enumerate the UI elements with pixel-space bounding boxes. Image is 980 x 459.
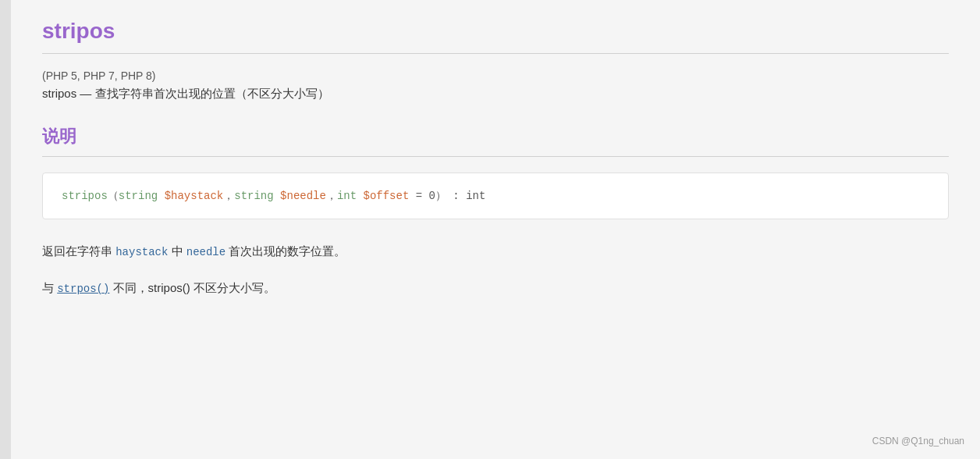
code-param1-name: $haystack: [158, 190, 223, 202]
note-before: 与: [42, 281, 57, 294]
php-version: (PHP 5, PHP 7, PHP 8): [42, 69, 949, 82]
section-divider: [42, 156, 949, 157]
note-middle: 不同，stripos() 不区分大小写。: [109, 281, 275, 294]
code-return-type: int: [460, 190, 486, 202]
code-close-paren: ）: [435, 190, 446, 202]
section-title: 说明: [42, 125, 949, 148]
main-content: stripos (PHP 5, PHP 7, PHP 8) stripos — …: [11, 0, 980, 459]
code-block: stripos（string $haystack，string $needle，…: [42, 173, 949, 219]
code-default-value: = 0: [409, 190, 435, 202]
page-description: stripos — 查找字符串首次出现的位置（不区分大小写）: [42, 87, 949, 101]
strpos-link[interactable]: strpos(): [57, 283, 109, 295]
code-param3-name: $offset: [357, 190, 409, 202]
watermark: CSDN @Q1ng_chuan: [872, 436, 964, 447]
page-container: stripos (PHP 5, PHP 7, PHP 8) stripos — …: [0, 0, 980, 459]
code-function-name: stripos: [62, 190, 108, 202]
return-desc-after: 首次出现的数字位置。: [225, 244, 346, 258]
code-param3-type: int: [337, 190, 357, 202]
page-title: stripos: [42, 19, 949, 44]
code-open-paren: （: [108, 190, 119, 202]
code-param1-type: string: [119, 190, 158, 202]
additional-note: 与 strpos() 不同，stripos() 不区分大小写。: [42, 278, 949, 299]
code-comma2: ，: [326, 190, 337, 202]
return-desc-middle: 中: [168, 244, 186, 258]
return-needle: needle: [186, 246, 225, 258]
return-desc-before: 返回在字符串: [42, 244, 115, 258]
code-colon: :: [446, 190, 460, 202]
code-param2-type: string: [234, 190, 273, 202]
return-description: 返回在字符串 haystack 中 needle 首次出现的数字位置。: [42, 241, 949, 262]
return-haystack: haystack: [115, 246, 168, 258]
left-bar: [0, 0, 11, 459]
code-comma1: ，: [223, 190, 234, 202]
title-divider: [42, 53, 949, 54]
code-param2-name: $needle: [274, 190, 326, 202]
